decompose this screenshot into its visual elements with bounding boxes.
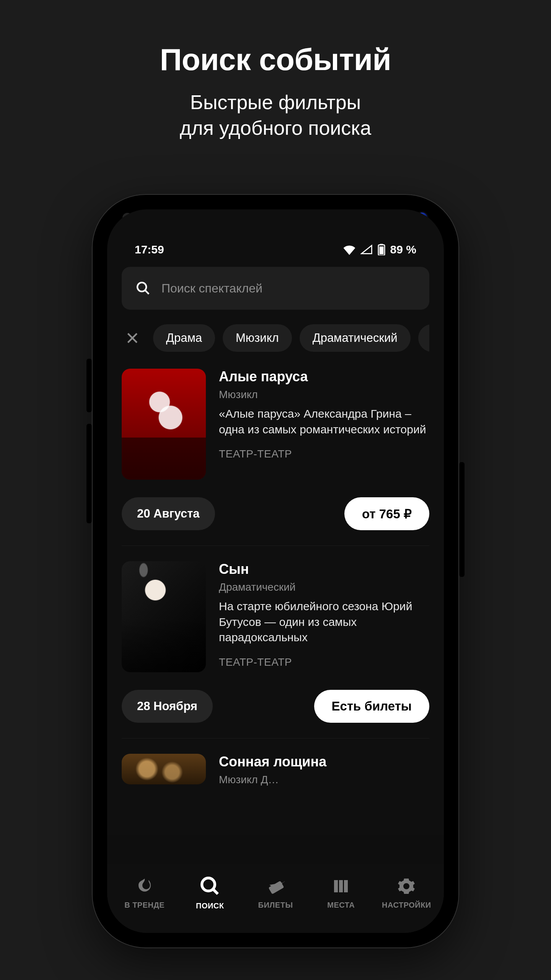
content-area: Драма Мюзикл Драматический Пр Алые парус… [107, 267, 444, 791]
nav-tickets[interactable]: БИЛЕТЫ [243, 876, 308, 910]
nav-label: НАСТРОЙКИ [382, 901, 431, 910]
nav-search[interactable]: ПОИСК [177, 875, 243, 910]
svg-line-8 [213, 889, 218, 893]
svg-rect-2 [380, 244, 383, 245]
nav-label: БИЛЕТЫ [258, 901, 293, 910]
status-bar: 17:59 89 % [107, 209, 444, 267]
event-poster [122, 754, 206, 784]
svg-line-4 [145, 290, 149, 294]
event-card[interactable]: Алые паруса Мюзикл «Алые паруса» Алексан… [122, 353, 429, 546]
signal-icon [360, 244, 373, 255]
svg-rect-1 [379, 247, 383, 254]
status-right: 89 % [343, 243, 416, 256]
event-poster [122, 561, 206, 672]
event-price-chip[interactable]: от 765 ₽ [344, 497, 429, 530]
event-date-chip[interactable]: 28 Ноября [122, 690, 213, 723]
svg-rect-9 [268, 880, 284, 894]
search-bar[interactable] [122, 267, 429, 310]
event-title: Сонная лощина [219, 754, 429, 770]
event-description: «Алые паруса» Александра Грина – одна из… [219, 406, 429, 437]
svg-point-7 [202, 878, 215, 891]
phone-side-button [86, 424, 92, 523]
event-genre: Мюзикл Д… [219, 774, 429, 786]
hero-subtitle-line1: Быстрые фильтры [180, 90, 371, 115]
phone-bezel: 17:59 89 % [101, 203, 450, 939]
hero-subtitle: Быстрые фильтры для удобного поиска [180, 90, 371, 140]
phone-screen: 17:59 89 % [107, 209, 444, 933]
fire-icon [135, 876, 155, 896]
bottom-nav: В ТРЕНДЕ ПОИСК БИЛЕТЫ [107, 864, 444, 933]
search-icon [199, 875, 221, 897]
hero-title: Поиск событий [160, 42, 391, 77]
nav-label: МЕСТА [327, 901, 355, 910]
event-card[interactable]: Сын Драматический На старте юбилейного с… [122, 546, 429, 738]
svg-rect-11 [339, 880, 343, 892]
phone-side-button [86, 359, 92, 412]
filter-chip[interactable]: Мюзикл [223, 324, 292, 352]
event-genre: Драматический [219, 581, 429, 593]
event-venue: ТЕАТР-ТЕАТР [219, 656, 429, 668]
gear-icon [396, 876, 416, 896]
nav-label: В ТРЕНДЕ [124, 901, 165, 910]
nav-trend[interactable]: В ТРЕНДЕ [112, 876, 177, 910]
event-description: На старте юбилейного сезона Юрий Бутусов… [219, 599, 429, 645]
svg-point-3 [137, 283, 146, 291]
search-icon [135, 281, 151, 296]
phone-side-button [459, 462, 465, 577]
svg-rect-10 [334, 880, 338, 892]
wifi-icon [343, 244, 356, 255]
nav-label: ПОИСК [196, 902, 224, 910]
event-card[interactable]: Сонная лощина Мюзикл Д… [122, 738, 429, 791]
filter-chip[interactable]: Драма [153, 324, 215, 352]
phone-frame: 17:59 89 % [92, 194, 459, 948]
event-title: Алые паруса [219, 369, 429, 385]
status-time: 17:59 [135, 243, 164, 256]
nav-settings[interactable]: НАСТРОЙКИ [374, 876, 439, 910]
battery-percent: 89 % [390, 243, 416, 256]
event-poster [122, 369, 206, 480]
filter-chip[interactable]: Пр [418, 324, 429, 352]
clear-filters-button[interactable] [122, 327, 143, 349]
svg-rect-12 [344, 880, 348, 892]
search-input[interactable] [161, 281, 416, 296]
event-title: Сын [219, 561, 429, 577]
filter-chip[interactable]: Драматический [300, 324, 411, 352]
map-icon [331, 876, 351, 896]
ticket-icon [266, 876, 285, 896]
battery-icon [377, 244, 386, 255]
hero-subtitle-line2: для удобного поиска [180, 115, 371, 141]
event-venue: ТЕАТР-ТЕАТР [219, 448, 429, 460]
nav-places[interactable]: МЕСТА [308, 876, 374, 910]
filters-row[interactable]: Драма Мюзикл Драматический Пр [122, 323, 429, 353]
event-price-chip[interactable]: Есть билеты [314, 690, 429, 723]
event-date-chip[interactable]: 20 Августа [122, 497, 215, 530]
event-genre: Мюзикл [219, 389, 429, 401]
